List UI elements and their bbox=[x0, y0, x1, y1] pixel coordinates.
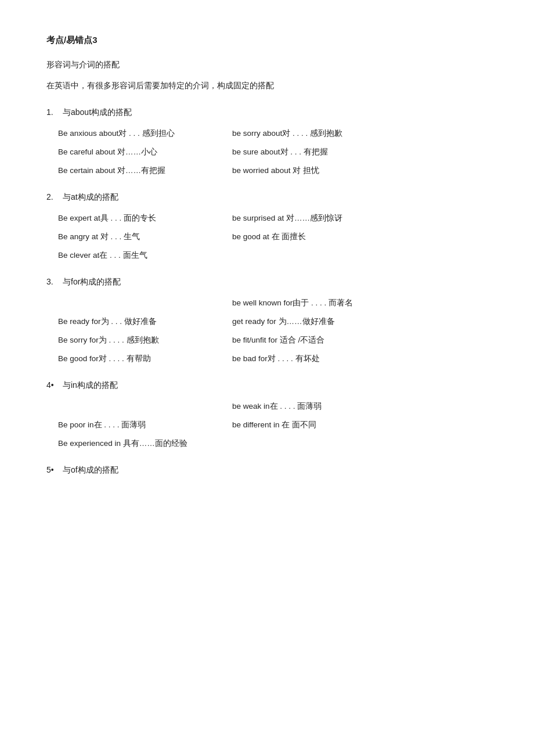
entry-row: be well known for由于 . . . . 而著名 bbox=[46, 298, 488, 308]
section-label: 与of构成的搭配 bbox=[63, 465, 118, 476]
entry-right: be bad for对 . . . . 有坏处 bbox=[232, 354, 383, 364]
section-number: 4• bbox=[46, 380, 58, 390]
entry-left: Be anxious about对 . . . 感到担心 bbox=[58, 128, 209, 139]
section-label: 与at构成的搭配 bbox=[63, 192, 118, 203]
subtitle: 形容词与介词的搭配 bbox=[46, 60, 488, 70]
entry-row: Be poor in在 . . . . 面薄弱be different in 在… bbox=[46, 420, 488, 430]
entry-right: be weak in在 . . . . 面薄弱 bbox=[232, 401, 383, 412]
entry-right: be sure about对 . . . 有把握 bbox=[232, 147, 383, 157]
entry-row: Be clever at在 . . . 面生气 bbox=[46, 250, 488, 261]
entry-row: Be experienced in 具有……面的经验 bbox=[46, 438, 488, 449]
section-label: 与for构成的搭配 bbox=[63, 277, 121, 287]
entry-row: Be expert at具 . . . 面的专长be surprised at … bbox=[46, 213, 488, 224]
entry-right: be fit/unfit for 适合 /不适合 bbox=[232, 335, 383, 345]
section-heading-4: 5•与of构成的搭配 bbox=[46, 465, 488, 476]
entry-row: Be anxious about对 . . . 感到担心be sorry abo… bbox=[46, 128, 488, 139]
section-section4: 4•与in构成的搭配be weak in在 . . . . 面薄弱Be poor… bbox=[46, 380, 488, 449]
entry-left: Be ready for为 . . . 做好准备 bbox=[58, 316, 209, 327]
intro: 在英语中，有很多形容词后需要加特定的介词，构成固定的搭配 bbox=[46, 81, 488, 91]
entry-right: be worried about 对 担忧 bbox=[232, 165, 383, 176]
entry-row: Be careful about 对……小心be sure about对 . .… bbox=[46, 147, 488, 157]
section-section5: 5•与of构成的搭配 bbox=[46, 465, 488, 476]
entry-row: Be angry at 对 . . . 生气be good at 在 面擅长 bbox=[46, 232, 488, 242]
section-number: 5• bbox=[46, 465, 58, 474]
section-heading-3: 4•与in构成的搭配 bbox=[46, 380, 488, 391]
entry-right: be sorry about对 . . . . 感到抱歉 bbox=[232, 128, 383, 139]
entry-row: be weak in在 . . . . 面薄弱 bbox=[46, 401, 488, 412]
entry-right: be good at 在 面擅长 bbox=[232, 232, 383, 242]
section-section1: 1.与about构成的搭配Be anxious about对 . . . 感到担… bbox=[46, 107, 488, 176]
entry-left: Be careful about 对……小心 bbox=[58, 147, 209, 157]
entry-left: Be certain about 对……有把握 bbox=[58, 165, 209, 176]
entry-row: Be good for对 . . . . 有帮助be bad for对 . . … bbox=[46, 354, 488, 364]
entry-left: Be good for对 . . . . 有帮助 bbox=[58, 354, 209, 364]
page-title: 考点/易错点3 bbox=[46, 35, 488, 46]
entry-right: be well known for由于 . . . . 而著名 bbox=[232, 298, 383, 308]
entry-right: be different in 在 面不同 bbox=[232, 420, 383, 430]
section-heading-2: 3.与for构成的搭配 bbox=[46, 277, 488, 287]
section-section3: 3.与for构成的搭配be well known for由于 . . . . 而… bbox=[46, 277, 488, 364]
entry-right: get ready for 为……做好准备 bbox=[232, 316, 383, 327]
entry-left: Be poor in在 . . . . 面薄弱 bbox=[58, 420, 209, 430]
entry-left: Be sorry for为 . . . . 感到抱歉 bbox=[58, 335, 209, 345]
section-label: 与in构成的搭配 bbox=[63, 380, 118, 391]
entry-left bbox=[58, 298, 209, 308]
entry-row: Be certain about 对……有把握be worried about … bbox=[46, 165, 488, 176]
entry-left: Be experienced in 具有……面的经验 bbox=[58, 438, 209, 449]
entry-left bbox=[58, 401, 209, 412]
section-section2: 2.与at构成的搭配Be expert at具 . . . 面的专长be sur… bbox=[46, 192, 488, 261]
entry-right: be surprised at 对……感到惊讶 bbox=[232, 213, 383, 224]
section-label: 与about构成的搭配 bbox=[63, 107, 132, 118]
section-heading-1: 2.与at构成的搭配 bbox=[46, 192, 488, 203]
entry-left: Be angry at 对 . . . 生气 bbox=[58, 232, 209, 242]
section-heading-0: 1.与about构成的搭配 bbox=[46, 107, 488, 118]
section-number: 3. bbox=[46, 277, 58, 286]
section-number: 2. bbox=[46, 192, 58, 201]
section-number: 1. bbox=[46, 107, 58, 117]
entry-left: Be expert at具 . . . 面的专长 bbox=[58, 213, 209, 224]
entry-left: Be clever at在 . . . 面生气 bbox=[58, 250, 209, 261]
entry-row: Be ready for为 . . . 做好准备get ready for 为…… bbox=[46, 316, 488, 327]
entry-row: Be sorry for为 . . . . 感到抱歉be fit/unfit f… bbox=[46, 335, 488, 345]
